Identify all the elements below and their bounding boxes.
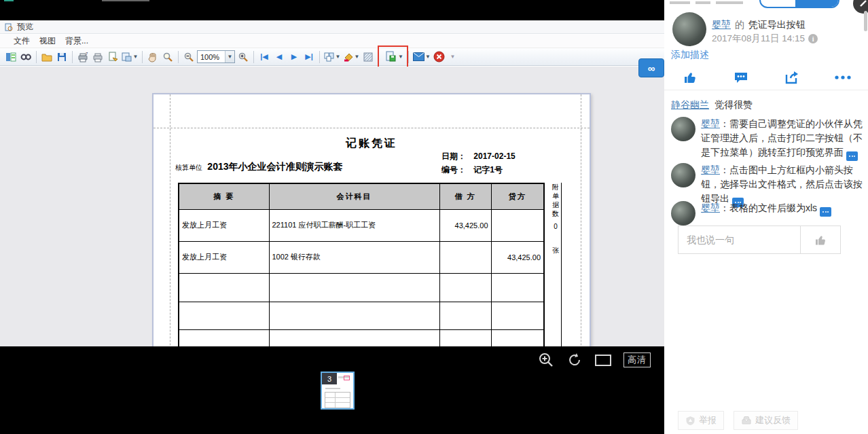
hand-tool-icon[interactable] — [146, 50, 160, 64]
info-icon[interactable]: i — [808, 34, 818, 43]
hd-toggle-button[interactable]: 高清 — [623, 352, 651, 367]
viewer-zoom-in-icon[interactable] — [538, 352, 554, 368]
comment-text: 婴堃：需要自己调整凭证的小伙伴从凭证管理进入后，点击打印二字按钮（不是下拉菜单）… — [701, 117, 863, 161]
feedback-label: 建议反馈 — [755, 414, 791, 427]
zoom-tool-icon[interactable] — [161, 50, 175, 64]
col-header-credit: 贷方 — [491, 183, 544, 209]
watermark-icon[interactable] — [361, 50, 375, 64]
print-current-icon[interactable] — [106, 50, 120, 64]
commenter-link[interactable]: 婴堃 — [701, 202, 720, 213]
cell-debit — [439, 241, 491, 273]
table-row — [179, 273, 544, 302]
attach-unit: 张 — [550, 246, 561, 255]
comment-sep: ： — [720, 164, 729, 175]
cut-toggle-button[interactable] — [759, 0, 839, 8]
post-title-connector: 的 — [735, 19, 744, 30]
voucher-number: 编号： 记字1号 — [441, 164, 503, 176]
reply-bubble-icon[interactable] — [846, 151, 858, 161]
send-like-button[interactable] — [800, 226, 840, 253]
commenter-avatar[interactable] — [671, 117, 695, 141]
find-icon[interactable] — [19, 50, 33, 64]
first-page-icon[interactable]: |◀ — [257, 50, 271, 64]
print-icon[interactable] — [91, 50, 105, 64]
more-icon[interactable] — [834, 69, 852, 86]
menu-bar: 文件 视图 背景... — [0, 35, 664, 48]
share-icon[interactable] — [783, 69, 801, 86]
commenter-avatar[interactable] — [671, 163, 695, 187]
reply-bubble-icon[interactable] — [820, 207, 831, 217]
cell-summary: 发放上月工资 — [179, 241, 269, 273]
thumb-mini-table — [325, 392, 350, 408]
unit-value: 2013年小企业会计准则演示账套 — [207, 161, 342, 172]
viewer-fullscreen-icon[interactable] — [595, 352, 611, 368]
window-icon — [4, 22, 14, 32]
report-button[interactable]: 举报 — [678, 411, 724, 430]
attach-value: 0 — [550, 222, 561, 231]
liker-link[interactable]: 静谷幽兰 — [671, 99, 709, 110]
cropped-content-sliver — [102, 0, 149, 1]
viewer-rotate-icon[interactable] — [566, 352, 583, 368]
margin-guide — [153, 128, 590, 128]
comment-body: 表格的文件后缀为xls — [729, 202, 817, 213]
close-icon[interactable] — [433, 50, 446, 64]
table-row: 发放上月工资 221101 应付职工薪酬-职工工资 43,425.00 — [179, 209, 544, 241]
commenter-link[interactable]: 婴堃 — [701, 164, 720, 175]
screen: 预览 文件 视图 背景... 7 ▼ — [0, 0, 868, 434]
last-page-icon[interactable]: ▶| — [302, 50, 316, 64]
cell-credit — [491, 209, 544, 241]
page-setup-icon[interactable]: ▼ — [121, 50, 139, 64]
cell-summary: 发放上月工资 — [179, 209, 269, 241]
zoom-out-icon[interactable] — [182, 50, 196, 64]
image-viewer: 预览 文件 视图 背景... 7 ▼ — [0, 0, 664, 434]
menu-file[interactable]: 文件 — [14, 35, 30, 47]
attach-count-column: 附单据数 0 张 — [550, 183, 562, 346]
toolbar-overflow-icon[interactable]: ▼ — [448, 50, 457, 64]
window-titlebar: 预览 — [0, 20, 664, 34]
col-header-debit: 借 方 — [439, 183, 491, 209]
viewer-controls: 高清 — [538, 352, 651, 368]
prev-page-icon[interactable]: ◀ — [272, 50, 286, 64]
print-settings-icon[interactable]: 7 — [76, 50, 90, 64]
commenter-avatar[interactable] — [671, 201, 695, 225]
post-author-link[interactable]: 婴堃 — [712, 19, 731, 30]
comment-sep: ： — [720, 202, 729, 213]
panel-scrollbar[interactable] — [864, 11, 867, 31]
voucher-title: 记账凭证 — [153, 137, 590, 151]
like-icon[interactable] — [681, 69, 699, 86]
post-author-avatar[interactable] — [672, 12, 706, 46]
post-actions — [664, 65, 868, 90]
background-color-icon[interactable]: ▼ — [342, 50, 360, 64]
post-date: 2017年08月11日 14:15 i — [712, 33, 818, 45]
link-overlay-button[interactable]: ∞ — [638, 58, 664, 77]
save-icon[interactable] — [55, 50, 69, 64]
svg-text:7: 7 — [86, 52, 88, 56]
cell-credit: 43,425.00 — [491, 241, 544, 273]
zoom-combobox-arrow[interactable]: ▼ — [225, 51, 234, 62]
add-description-link[interactable]: 添加描述 — [671, 49, 709, 61]
email-icon[interactable]: ▼ — [412, 50, 431, 64]
comment-input[interactable] — [679, 226, 800, 253]
page-thumbnail[interactable]: 3 — [321, 372, 355, 410]
feedback-button[interactable]: 建议反馈 — [734, 411, 798, 430]
margin-guide — [581, 94, 581, 346]
zoom-level-combobox[interactable]: 100% ▼ — [197, 50, 235, 63]
accounting-unit: 核算单位 2013年小企业会计准则演示账套 — [175, 161, 343, 173]
next-page-icon[interactable]: ▶ — [287, 50, 301, 64]
like-line: 静谷幽兰 觉得很赞 — [671, 99, 753, 111]
open-icon[interactable] — [40, 50, 54, 64]
export-icon[interactable] — [384, 50, 397, 64]
export-dropdown-arrow[interactable]: ▼ — [398, 54, 403, 60]
comment-icon[interactable] — [732, 69, 750, 86]
menu-background[interactable]: 背景... — [65, 35, 88, 47]
col-header-summary: 摘 要 — [179, 183, 269, 209]
export-button-group: ▼ — [382, 50, 405, 64]
commenter-link[interactable]: 婴堃 — [701, 118, 720, 129]
viewer-bottom-bar: 高清 3 — [0, 346, 664, 434]
col-header-account: 会计科目 — [269, 183, 439, 209]
menu-view[interactable]: 视图 — [39, 35, 56, 47]
unit-label: 核算单位 — [175, 164, 202, 171]
multi-page-view-icon[interactable]: ▼ — [323, 50, 341, 64]
thumbnail-pane-icon[interactable] — [4, 50, 18, 64]
zoom-in-icon[interactable] — [236, 50, 250, 64]
preview-canvas: ∞ 记账凭证 日期： 2017-02-15 核算单位 2013年小企业会计准则演… — [0, 67, 664, 346]
